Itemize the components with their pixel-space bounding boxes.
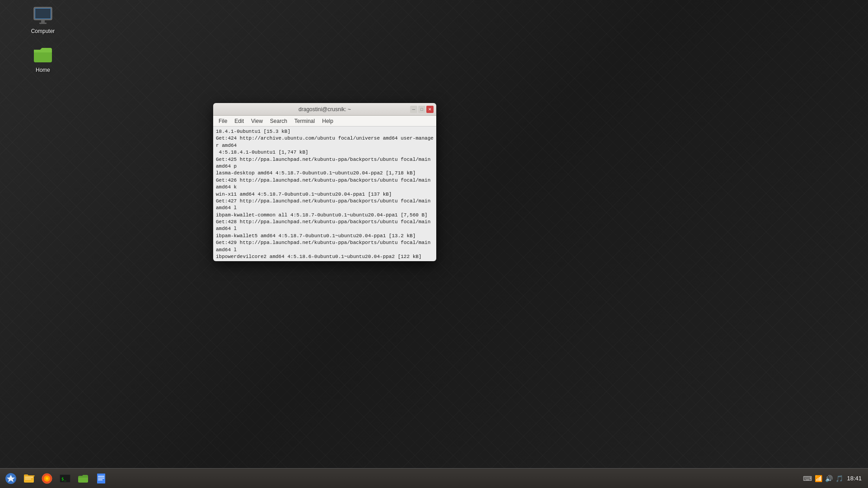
docs-taskbar-icon — [95, 472, 107, 485]
taskbar: $_ ⌨ 📶 🔊 🎵 18:41 — [0, 468, 868, 488]
clock: 18:41 — [847, 475, 862, 482]
computer-icon-label: Computer — [31, 28, 55, 34]
files-taskbar-button[interactable] — [21, 470, 37, 487]
keyboard-tray-icon: ⌨ — [803, 475, 812, 482]
system-tray: ⌨ 📶 🔊 🎵 — [803, 475, 843, 482]
terminal-line: 4:5.18.4.1-0ubuntu1 [1,747 kB] — [216, 149, 434, 156]
files-taskbar-icon — [23, 472, 35, 485]
folder-taskbar-icon — [77, 472, 89, 485]
terminal-line: ibpam-kwallet5 amd64 4:5.18.7-0ubuntu0.1… — [216, 233, 434, 239]
start-icon — [5, 472, 17, 485]
terminal-line: Get:426 http://ppa.launchpad.net/kubuntu… — [216, 177, 434, 191]
computer-svg — [32, 5, 54, 26]
terminal-body[interactable]: 18.4.1-0ubuntu1 [15.3 kB]Get:424 http://… — [213, 127, 436, 261]
terminal-line: 18.4.1-0ubuntu1 [15.3 kB] — [216, 128, 434, 135]
menu-edit[interactable]: Edit — [231, 117, 247, 125]
music-tray-icon: 🎵 — [835, 475, 843, 482]
menu-view[interactable]: View — [247, 117, 266, 125]
terminal-title: dragostini@crusnik: ~ — [299, 106, 351, 113]
home-icon[interactable]: Home — [25, 43, 61, 73]
menu-search[interactable]: Search — [266, 117, 291, 125]
menu-help[interactable]: Help — [318, 117, 337, 125]
terminal-line: Get:430 http://ppa.launchpad.net/kubuntu… — [216, 260, 434, 261]
terminal-line: Get:425 http://ppa.launchpad.net/kubuntu… — [216, 156, 434, 170]
folder-taskbar-button[interactable] — [75, 470, 91, 487]
network-tray-icon: 📶 — [815, 475, 822, 482]
terminal-line: lasma-desktop amd64 4:5.18.7-0ubuntu0.1~… — [216, 170, 434, 177]
terminal-line: Get:428 http://ppa.launchpad.net/kubuntu… — [216, 219, 434, 233]
svg-text:$_: $_ — [61, 477, 66, 481]
terminal-line: win-x11 amd64 4:5.18.7-0ubuntu0.1~ubuntu… — [216, 191, 434, 198]
taskbar-right: ⌨ 📶 🔊 🎵 18:41 — [803, 475, 865, 482]
svg-rect-18 — [98, 479, 103, 480]
terminal-taskbar-button[interactable]: $_ — [57, 470, 73, 487]
taskbar-left: $_ — [3, 470, 109, 487]
maximize-button[interactable]: □ — [418, 106, 425, 113]
home-svg — [32, 43, 54, 65]
desktop-icons: Computer Home — [25, 5, 61, 73]
svg-rect-2 — [35, 9, 51, 19]
window-controls: ─ □ ✕ — [410, 106, 434, 113]
home-icon-image — [32, 43, 54, 65]
close-button[interactable]: ✕ — [426, 106, 434, 113]
browser-taskbar-button[interactable] — [39, 470, 55, 487]
svg-rect-4 — [39, 23, 47, 24]
svg-rect-7 — [25, 477, 33, 478]
terminal-titlebar: dragostini@crusnik: ~ ─ □ ✕ — [213, 103, 436, 116]
volume-tray-icon: 🔊 — [825, 475, 833, 482]
terminal-taskbar-icon: $_ — [59, 472, 71, 485]
terminal-line: Get:429 http://ppa.launchpad.net/kubuntu… — [216, 239, 434, 253]
docs-taskbar-button[interactable] — [93, 470, 109, 487]
svg-rect-8 — [25, 479, 31, 479]
svg-point-11 — [46, 477, 48, 480]
menu-terminal[interactable]: Terminal — [291, 117, 318, 125]
computer-icon-image — [32, 5, 54, 26]
home-icon-label: Home — [36, 67, 50, 73]
terminal-line: Get:427 http://ppa.launchpad.net/kubuntu… — [216, 198, 434, 212]
minimize-button[interactable]: ─ — [410, 106, 417, 113]
browser-taskbar-icon — [41, 472, 53, 485]
terminal-window: dragostini@crusnik: ~ ─ □ ✕ File Edit Vi… — [213, 103, 436, 261]
svg-rect-3 — [41, 20, 45, 23]
terminal-menubar: File Edit View Search Terminal Help — [213, 116, 436, 127]
menu-file[interactable]: File — [215, 117, 231, 125]
start-menu-button[interactable] — [3, 470, 19, 487]
terminal-line: ibpam-kwallet-common all 4:5.18.7-0ubunt… — [216, 212, 434, 219]
terminal-line: Get:424 http://archive.ubuntu.com/ubuntu… — [216, 135, 434, 149]
computer-icon[interactable]: Computer — [25, 5, 61, 34]
terminal-line: ibpowerdevilcore2 amd64 4:5.18.6-0ubuntu… — [216, 253, 434, 260]
svg-rect-16 — [98, 476, 104, 477]
svg-rect-17 — [98, 478, 104, 479]
